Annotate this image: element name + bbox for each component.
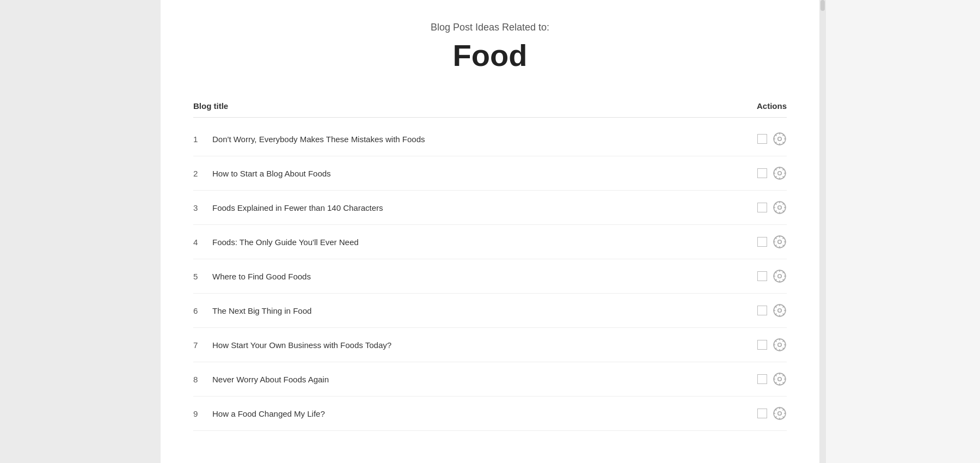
left-sidebar — [0, 0, 161, 463]
gear-icon[interactable] — [773, 132, 787, 146]
row-title: Foods Explained in Fewer than 140 Charac… — [212, 203, 743, 212]
row-checkbox[interactable] — [757, 306, 767, 315]
row-actions — [743, 235, 787, 249]
row-number: 6 — [193, 306, 212, 315]
row-checkbox[interactable] — [757, 203, 767, 212]
gear-icon[interactable] — [773, 235, 787, 249]
table-header: Blog title Actions — [193, 95, 787, 118]
row-actions — [743, 132, 787, 146]
gear-icon[interactable] — [773, 338, 787, 352]
page-subtitle: Blog Post Ideas Related to: — [193, 22, 787, 33]
row-title: The Next Big Thing in Food — [212, 306, 743, 315]
right-sidebar — [819, 0, 980, 463]
svg-point-11 — [778, 309, 782, 313]
row-checkbox[interactable] — [757, 340, 767, 350]
row-number: 5 — [193, 272, 212, 281]
row-actions — [743, 166, 787, 180]
row-title: How a Food Changed My Life? — [212, 409, 743, 418]
row-title: Foods: The Only Guide You'll Ever Need — [212, 237, 743, 247]
svg-point-17 — [778, 412, 782, 416]
table-row: 2How to Start a Blog About Foods — [193, 156, 787, 191]
row-checkbox[interactable] — [757, 237, 767, 247]
gear-icon[interactable] — [773, 200, 787, 215]
page-title: Food — [193, 38, 787, 73]
row-checkbox[interactable] — [757, 134, 767, 144]
row-checkbox[interactable] — [757, 409, 767, 418]
row-actions — [743, 338, 787, 352]
row-number: 9 — [193, 409, 212, 418]
gear-icon[interactable] — [773, 269, 787, 283]
row-number: 7 — [193, 340, 212, 350]
blog-rows-container: 1Don't Worry, Everybody Makes These Mist… — [193, 122, 787, 431]
gear-icon[interactable] — [773, 372, 787, 386]
table-row: 7How Start Your Own Business with Foods … — [193, 328, 787, 362]
row-actions — [743, 269, 787, 283]
scrollbar-thumb[interactable] — [820, 0, 825, 11]
gear-icon[interactable] — [773, 166, 787, 180]
svg-point-1 — [778, 137, 782, 141]
row-number: 2 — [193, 169, 212, 178]
row-number: 3 — [193, 203, 212, 212]
row-actions — [743, 200, 787, 215]
table-row: 8Never Worry About Foods Again — [193, 362, 787, 397]
table-row: 9How a Food Changed My Life? — [193, 397, 787, 431]
row-actions — [743, 372, 787, 386]
row-title: Never Worry About Foods Again — [212, 375, 743, 384]
scrollbar-area[interactable] — [819, 0, 826, 463]
row-title: Don't Worry, Everybody Makes These Mista… — [212, 135, 743, 144]
row-checkbox[interactable] — [757, 271, 767, 281]
row-checkbox[interactable] — [757, 168, 767, 178]
svg-point-13 — [778, 343, 782, 347]
svg-point-5 — [778, 206, 782, 210]
table-row: 3Foods Explained in Fewer than 140 Chara… — [193, 191, 787, 225]
row-number: 1 — [193, 135, 212, 144]
row-number: 8 — [193, 375, 212, 384]
gear-icon[interactable] — [773, 406, 787, 421]
row-actions — [743, 303, 787, 318]
svg-point-7 — [778, 240, 782, 244]
col-blog-title-header: Blog title — [193, 101, 228, 111]
table-row: 1Don't Worry, Everybody Makes These Mist… — [193, 122, 787, 156]
row-title: Where to Find Good Foods — [212, 272, 743, 281]
row-title: How Start Your Own Business with Foods T… — [212, 340, 743, 350]
table-row: 4Foods: The Only Guide You'll Ever Need — [193, 225, 787, 259]
table-row: 5Where to Find Good Foods — [193, 259, 787, 294]
row-title: How to Start a Blog About Foods — [212, 169, 743, 178]
svg-point-9 — [778, 275, 782, 278]
row-number: 4 — [193, 237, 212, 247]
gear-icon[interactable] — [773, 303, 787, 318]
row-checkbox[interactable] — [757, 374, 767, 384]
table-row: 6The Next Big Thing in Food — [193, 294, 787, 328]
col-actions-header: Actions — [743, 101, 787, 111]
main-content: Blog Post Ideas Related to: Food Blog ti… — [161, 0, 819, 463]
svg-point-15 — [778, 377, 782, 381]
row-actions — [743, 406, 787, 421]
svg-point-3 — [778, 172, 782, 175]
